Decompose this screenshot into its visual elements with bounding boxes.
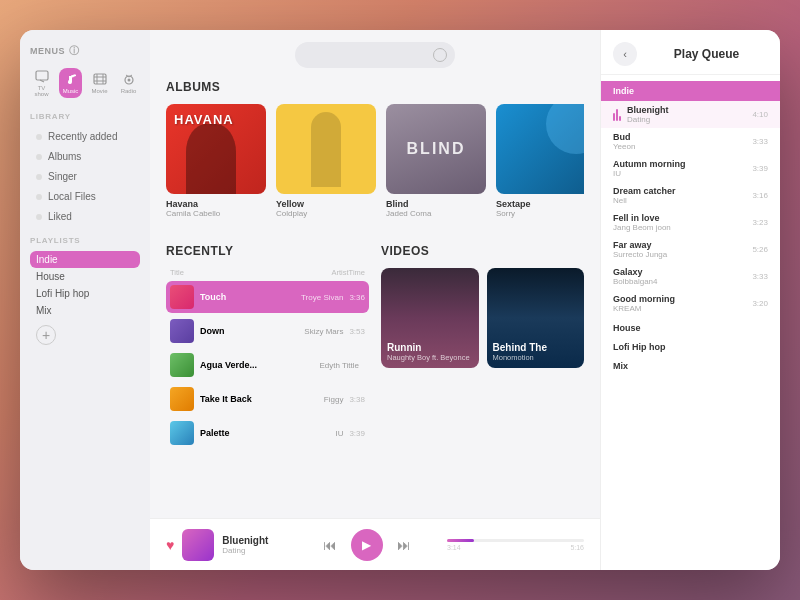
playlists-label: PLAYLISTS <box>30 236 140 245</box>
add-playlist-button[interactable]: + <box>36 325 56 345</box>
playlist-item-mix[interactable]: Mix <box>30 302 140 319</box>
sidebar-item-local-files[interactable]: Local Files <box>30 187 140 206</box>
yellow-figure <box>311 112 341 187</box>
queue-item-galaxy[interactable]: Galaxy Bolbbalgan4 3:33 <box>601 263 780 290</box>
player-track-info: ♥ Bluenight Dating <box>166 529 286 561</box>
recently-title: RECENTLY <box>166 244 369 258</box>
nav-movie[interactable]: Movie <box>88 68 111 98</box>
queue-section-house[interactable]: House <box>601 317 780 336</box>
queue-back-button[interactable]: ‹ <box>613 42 637 66</box>
track-row-touch[interactable]: Touch Troye Sivan 3:36 <box>166 281 369 313</box>
track-row-agua[interactable]: Agua Verde... Edyth Tittle <box>166 349 369 381</box>
playlist-item-house[interactable]: House <box>30 268 140 285</box>
prev-button[interactable]: ⏮ <box>323 537 337 553</box>
search-icon <box>433 48 447 62</box>
album-card-yellow[interactable]: Yellow Coldplay <box>276 104 376 218</box>
svg-point-8 <box>127 79 130 82</box>
info-icon: ⓘ <box>69 44 80 58</box>
queue-item-faraway[interactable]: Far away Surrecto Junga 5:26 <box>601 236 780 263</box>
video-card-runnin[interactable]: Runnin Naughty Boy ft. Beyonce <box>381 268 479 368</box>
sidebar: MENUS ⓘ TV show Music Movie Radio LIBRAR… <box>20 30 150 570</box>
search-area <box>150 30 600 76</box>
library-label: LIBRARY <box>30 112 140 121</box>
videos-title: VIDEOS <box>381 244 584 258</box>
sidebar-item-recently-added[interactable]: Recently added <box>30 127 140 146</box>
videos-row: Runnin Naughty Boy ft. Beyonce Behind Th… <box>381 268 584 368</box>
playlist-item-indie[interactable]: Indie <box>30 251 140 268</box>
albums-section-title: ALBUMS <box>166 80 584 94</box>
queue-item-bud[interactable]: Bud Yeeon 3:33 <box>601 128 780 155</box>
queue-item-fellinlove[interactable]: Fell in love Jang Beom joon 3:23 <box>601 209 780 236</box>
play-queue-panel: ‹ Play Queue Indie Bluenight Dating 4:10 <box>600 30 780 570</box>
track-thumb-agua <box>170 353 194 377</box>
sidebar-item-singer[interactable]: Singer <box>30 167 140 186</box>
sidebar-item-liked[interactable]: Liked <box>30 207 140 226</box>
queue-item-goodmorning[interactable]: Good morning KREAM 3:20 <box>601 290 780 317</box>
progress-bar-track[interactable] <box>447 539 584 542</box>
play-pause-button[interactable]: ▶ <box>351 529 383 561</box>
havana-silhouette <box>186 124 236 194</box>
search-bar[interactable] <box>295 42 455 68</box>
album-card-havana[interactable]: Havana Camila Cabello <box>166 104 266 218</box>
track-thumb-down <box>170 319 194 343</box>
main-content: ALBUMS Havana Camila Cabello Yellow Co <box>150 30 600 570</box>
queue-section-lofi[interactable]: Lofi Hip hop <box>601 336 780 355</box>
album-cover-sextape <box>496 104 584 194</box>
track-row-down[interactable]: Down Skizy Mars 3:53 <box>166 315 369 347</box>
track-thumb-takeback <box>170 387 194 411</box>
video-card-behind[interactable]: Behind The Monomotion <box>487 268 585 368</box>
svg-rect-2 <box>94 74 106 84</box>
track-thumb-palette <box>170 421 194 445</box>
next-button[interactable]: ⏭ <box>397 537 411 553</box>
recently-headers: Title Artist Time <box>166 268 369 277</box>
nav-radio[interactable]: Radio <box>117 68 140 98</box>
videos-section: VIDEOS Runnin Naughty Boy ft. Beyonce <box>381 240 584 451</box>
track-row-takeback[interactable]: Take It Back Figgy 3:38 <box>166 383 369 415</box>
progress-bar-fill <box>447 539 474 542</box>
queue-item-dreamcatcher[interactable]: Dream catcher Nell 3:16 <box>601 182 780 209</box>
album-card-blind[interactable]: Blind Jaded Coma <box>386 104 486 218</box>
bottom-sections: RECENTLY Title Artist Time Touch Troye S… <box>166 240 584 451</box>
queue-header: ‹ Play Queue <box>601 30 780 75</box>
queue-list: Indie Bluenight Dating 4:10 Bud Yeeon <box>601 75 780 570</box>
playlist-item-lofi[interactable]: Lofi Hip hop <box>30 285 140 302</box>
nav-music[interactable]: Music <box>59 68 82 98</box>
nav-icons-group: TV show Music Movie Radio <box>30 68 140 98</box>
recently-section: RECENTLY Title Artist Time Touch Troye S… <box>166 240 369 451</box>
heart-icon[interactable]: ♥ <box>166 537 174 553</box>
video-bg-behind: Behind The Monomotion <box>487 268 585 368</box>
scroll-area: ALBUMS Havana Camila Cabello Yellow Co <box>150 76 600 518</box>
queue-section-mix[interactable]: Mix <box>601 355 780 374</box>
queue-item-bluenight[interactable]: Bluenight Dating 4:10 <box>601 101 780 128</box>
queue-item-autumn[interactable]: Autumn morning IU 3:39 <box>601 155 780 182</box>
equalizer-icon <box>613 109 621 121</box>
queue-section-indie[interactable]: Indie <box>601 81 780 101</box>
album-cover-havana <box>166 104 266 194</box>
player-controls: ⏮ ▶ ⏭ <box>298 529 435 561</box>
svg-rect-0 <box>36 71 48 80</box>
progress-area: 3:14 5:16 <box>447 539 584 551</box>
player-bar: ♥ Bluenight Dating ⏮ ▶ ⏭ 3:14 5:16 <box>150 518 600 570</box>
nav-tv-show[interactable]: TV show <box>30 68 53 98</box>
track-thumb-touch <box>170 285 194 309</box>
sidebar-item-albums[interactable]: Albums <box>30 147 140 166</box>
albums-row: Havana Camila Cabello Yellow Coldplay Bl… <box>166 104 584 222</box>
track-row-palette[interactable]: Palette IU 3:39 <box>166 417 369 449</box>
video-bg-runnin: Runnin Naughty Boy ft. Beyonce <box>381 268 479 368</box>
album-card-sextape[interactable]: Sextape Sorry <box>496 104 584 218</box>
queue-title: Play Queue <box>645 47 768 61</box>
album-cover-yellow <box>276 104 376 194</box>
album-cover-blind <box>386 104 486 194</box>
player-track-thumb <box>182 529 214 561</box>
menus-label: MENUS ⓘ <box>30 44 140 58</box>
app-window: MENUS ⓘ TV show Music Movie Radio LIBRAR… <box>20 30 780 570</box>
